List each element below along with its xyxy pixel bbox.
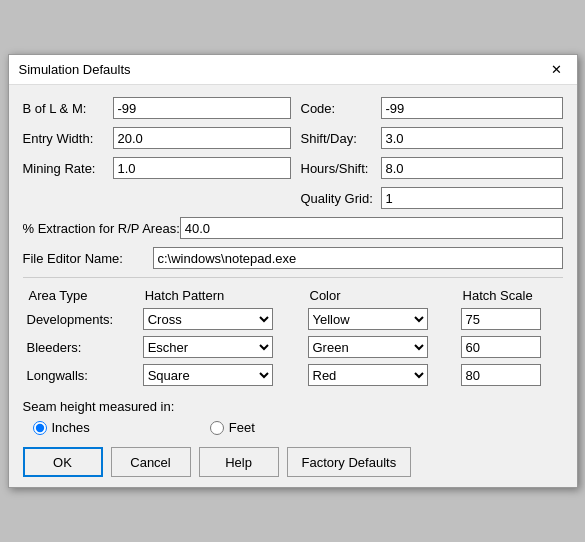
code-label: Code:: [301, 101, 381, 116]
hours-shift-row: Hours/Shift:: [301, 157, 563, 179]
code-row: Code:: [301, 97, 563, 119]
developments-hatch-select[interactable]: Cross Escher Square Brick Diagonal None: [143, 308, 273, 330]
inches-radio-item: Inches: [33, 420, 90, 435]
extraction-row: % Extraction for R/P Areas:: [23, 217, 563, 239]
col-header-color: Color: [304, 286, 457, 305]
developments-scale-input[interactable]: [461, 308, 541, 330]
divider: [23, 277, 563, 278]
longwalls-color-cell: Yellow Green Red Blue White Black: [304, 361, 457, 389]
button-row: OK Cancel Help Factory Defaults: [23, 447, 563, 477]
quality-grid-label: Quality Grid:: [301, 191, 381, 206]
bleeders-label: Bleeders:: [23, 333, 139, 361]
shift-day-row: Shift/Day:: [301, 127, 563, 149]
b-of-l-m-label: B of L & M:: [23, 101, 113, 116]
seam-section: Seam height measured in: Inches Feet: [23, 399, 563, 435]
longwalls-scale-cell: [457, 361, 563, 389]
developments-hatch-cell: Cross Escher Square Brick Diagonal None: [139, 305, 304, 333]
longwalls-hatch-select[interactable]: Cross Escher Square Brick Diagonal None: [143, 364, 273, 386]
close-button[interactable]: ✕: [546, 61, 567, 78]
b-of-l-m-row: B of L & M:: [23, 97, 291, 119]
entry-width-row: Entry Width:: [23, 127, 291, 149]
top-fields-section: B of L & M: Entry Width: Mining Rate: Co…: [23, 97, 563, 217]
longwalls-scale-input[interactable]: [461, 364, 541, 386]
help-button[interactable]: Help: [199, 447, 279, 477]
bleeders-scale-input[interactable]: [461, 336, 541, 358]
dialog-content: B of L & M: Entry Width: Mining Rate: Co…: [9, 85, 577, 487]
file-editor-label: File Editor Name:: [23, 251, 153, 266]
bleeders-hatch-select[interactable]: Cross Escher Square Brick Diagonal None: [143, 336, 273, 358]
ok-button[interactable]: OK: [23, 447, 103, 477]
col-header-hatch-scale: Hatch Scale: [457, 286, 563, 305]
bleeders-scale-cell: [457, 333, 563, 361]
feet-label: Feet: [229, 420, 255, 435]
factory-defaults-button[interactable]: Factory Defaults: [287, 447, 412, 477]
shift-day-label: Shift/Day:: [301, 131, 381, 146]
quality-grid-input[interactable]: [381, 187, 563, 209]
bleeders-color-select[interactable]: Yellow Green Red Blue White Black: [308, 336, 428, 358]
seam-radio-row: Inches Feet: [23, 420, 563, 435]
simulation-defaults-dialog: Simulation Defaults ✕ B of L & M: Entry …: [8, 54, 578, 488]
entry-width-input[interactable]: [113, 127, 291, 149]
hours-shift-label: Hours/Shift:: [301, 161, 381, 176]
mining-rate-label: Mining Rate:: [23, 161, 113, 176]
file-editor-row: File Editor Name:: [23, 247, 563, 269]
hours-shift-input[interactable]: [381, 157, 563, 179]
title-bar: Simulation Defaults ✕: [9, 55, 577, 85]
extraction-label: % Extraction for R/P Areas:: [23, 221, 180, 236]
entry-width-label: Entry Width:: [23, 131, 113, 146]
extraction-input[interactable]: [180, 217, 563, 239]
bleeders-color-cell: Yellow Green Red Blue White Black: [304, 333, 457, 361]
feet-radio-item: Feet: [210, 420, 255, 435]
left-fields: B of L & M: Entry Width: Mining Rate:: [23, 97, 291, 217]
mining-rate-row: Mining Rate:: [23, 157, 291, 179]
feet-radio[interactable]: [210, 421, 224, 435]
b-of-l-m-input[interactable]: [113, 97, 291, 119]
bleeders-hatch-cell: Cross Escher Square Brick Diagonal None: [139, 333, 304, 361]
longwalls-hatch-cell: Cross Escher Square Brick Diagonal None: [139, 361, 304, 389]
table-row: Bleeders: Cross Escher Square Brick Diag…: [23, 333, 563, 361]
inches-radio[interactable]: [33, 421, 47, 435]
quality-grid-row: Quality Grid:: [301, 187, 563, 209]
right-fields: Code: Shift/Day: Hours/Shift: Quality Gr…: [301, 97, 563, 217]
col-header-hatch-pattern: Hatch Pattern: [139, 286, 304, 305]
developments-color-cell: Yellow Green Red Blue White Black: [304, 305, 457, 333]
file-editor-input[interactable]: [153, 247, 563, 269]
code-input[interactable]: [381, 97, 563, 119]
developments-label: Developments:: [23, 305, 139, 333]
table-row: Developments: Cross Escher Square Brick …: [23, 305, 563, 333]
col-header-area-type: Area Type: [23, 286, 139, 305]
developments-color-select[interactable]: Yellow Green Red Blue White Black: [308, 308, 428, 330]
seam-label: Seam height measured in:: [23, 399, 563, 414]
mining-rate-input[interactable]: [113, 157, 291, 179]
developments-scale-cell: [457, 305, 563, 333]
inches-label: Inches: [52, 420, 90, 435]
cancel-button[interactable]: Cancel: [111, 447, 191, 477]
shift-day-input[interactable]: [381, 127, 563, 149]
dialog-title: Simulation Defaults: [19, 62, 131, 77]
table-row: Longwalls: Cross Escher Square Brick Dia…: [23, 361, 563, 389]
area-table: Area Type Hatch Pattern Color Hatch Scal…: [23, 286, 563, 389]
longwalls-color-select[interactable]: Yellow Green Red Blue White Black: [308, 364, 428, 386]
longwalls-label: Longwalls:: [23, 361, 139, 389]
